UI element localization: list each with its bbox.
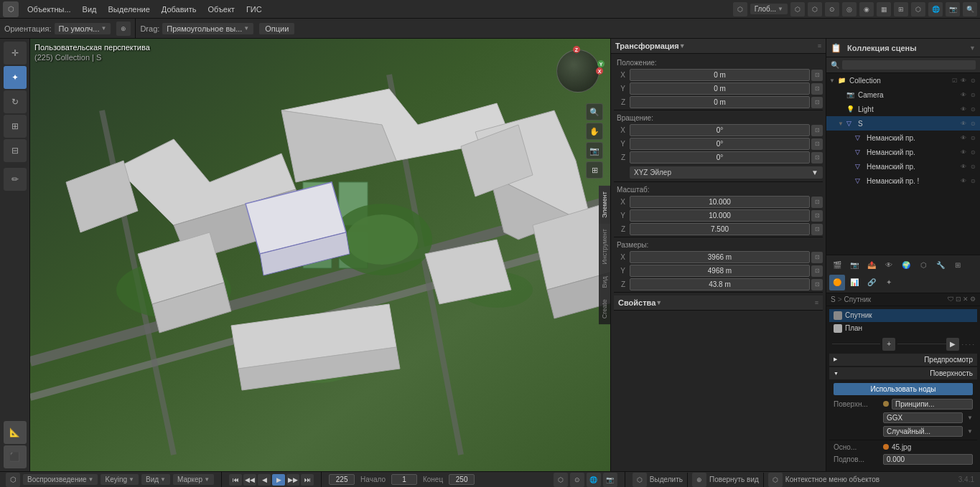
start-frame-input[interactable]: 1 bbox=[391, 474, 417, 485]
icon-7[interactable]: ⊞ bbox=[894, 2, 908, 16]
tab-create[interactable]: Create bbox=[599, 293, 610, 324]
dim-x-copy[interactable]: ⊡ bbox=[811, 252, 823, 263]
dim-y-input[interactable]: 4968 m bbox=[630, 265, 810, 277]
base-color-file[interactable]: 45.jpg bbox=[892, 443, 973, 451]
props-material-icon[interactable]: 🟠 bbox=[829, 275, 845, 290]
light-eye[interactable]: 👁 bbox=[959, 106, 968, 113]
nem2-restrict[interactable]: ⊙ bbox=[969, 149, 977, 156]
rotation-mode-dropdown[interactable]: XYZ Эйлер ▼ bbox=[630, 166, 823, 179]
nav-y-axis[interactable]: Y bbox=[597, 60, 605, 67]
props-scene-icon[interactable]: 🎬 bbox=[829, 257, 845, 273]
nav-z-axis[interactable]: Z bbox=[573, 46, 580, 53]
subsurface-input[interactable]: 0.000 bbox=[883, 454, 973, 465]
orientation-icon[interactable]: ⊕ bbox=[116, 22, 131, 36]
bottom-logo[interactable]: ⬡ bbox=[6, 473, 20, 487]
icon-5[interactable]: ◉ bbox=[859, 2, 874, 16]
menu-item-view[interactable]: Вид bbox=[77, 4, 103, 15]
random-dropdown[interactable]: ▼ bbox=[967, 428, 973, 435]
props-view-icon[interactable]: 👁 bbox=[881, 257, 897, 273]
menu-item-add[interactable]: Добавить bbox=[156, 4, 202, 15]
material-sputnik[interactable]: Спутник bbox=[829, 309, 977, 322]
marker-dropdown[interactable]: Маркер ▼ bbox=[173, 474, 214, 485]
rot-z-input[interactable]: 0° bbox=[630, 151, 810, 164]
menu-item-object2[interactable]: Объект bbox=[202, 4, 240, 15]
rot-x-copy[interactable]: ⊡ bbox=[811, 125, 823, 136]
camera-restrict[interactable]: ⊙ bbox=[969, 92, 977, 98]
outliner-filter-icon[interactable]: ▼ bbox=[969, 44, 976, 52]
pos-z-input[interactable]: 0 m bbox=[630, 96, 810, 108]
rotate-view-label[interactable]: Повернуть вид bbox=[709, 476, 759, 483]
tab-view[interactable]: Вид bbox=[599, 270, 610, 293]
menu-item-gis[interactable]: ГИС bbox=[241, 4, 268, 15]
nem1-eye[interactable]: 👁 bbox=[959, 135, 968, 141]
tab-instrument[interactable]: Инструмент bbox=[599, 223, 610, 270]
transform-header[interactable]: Трансформация ▼ ≡ bbox=[611, 39, 826, 54]
render-icon[interactable]: 📷 bbox=[946, 2, 960, 16]
search-top-icon[interactable]: 🔍 bbox=[963, 2, 977, 16]
step-fwd-btn[interactable]: ▶▶ bbox=[286, 474, 299, 486]
bottom-select-icon[interactable]: ⬡ bbox=[633, 473, 647, 487]
props-modifier-icon[interactable]: 🔧 bbox=[933, 257, 948, 273]
hand-btn[interactable]: ✋ bbox=[586, 123, 603, 140]
grid-btn[interactable]: ⊞ bbox=[586, 161, 603, 179]
material-plan[interactable]: План bbox=[829, 322, 977, 335]
material-shield-icon[interactable]: 🛡 bbox=[948, 295, 954, 303]
end-frame-input[interactable]: 250 bbox=[449, 474, 475, 485]
cursor-tool[interactable]: ✛ bbox=[4, 42, 27, 65]
icon-3[interactable]: ⊙ bbox=[825, 2, 839, 16]
random-input[interactable]: Случайный... bbox=[883, 426, 963, 437]
props-output-icon[interactable]: 📤 bbox=[864, 257, 879, 273]
dim-y-copy[interactable]: ⊡ bbox=[811, 265, 823, 277]
props-render-icon[interactable]: 📷 bbox=[846, 257, 862, 273]
bottom-cursor-icon[interactable]: ⊕ bbox=[692, 473, 706, 487]
dim-z-input[interactable]: 43.8 m bbox=[630, 278, 810, 290]
scale-y-copy[interactable]: ⊡ bbox=[811, 210, 823, 222]
view-bottom-dropdown[interactable]: Вид ▼ bbox=[141, 474, 170, 485]
breadcrumb-sputnik[interactable]: Спутник bbox=[844, 295, 872, 303]
preview-section-header[interactable]: Предпросмотр bbox=[829, 354, 977, 366]
nem2-eye[interactable]: 👁 bbox=[959, 149, 968, 156]
camera-btn[interactable]: 📷 bbox=[586, 142, 603, 159]
icon-4[interactable]: ◎ bbox=[842, 2, 857, 16]
annotate-tool[interactable]: ✏ bbox=[4, 168, 27, 191]
props-particle-icon[interactable]: ✦ bbox=[881, 275, 897, 290]
tree-item-nem3[interactable]: ▽ Неманский пр. 👁 ⊙ bbox=[826, 159, 980, 174]
scene-icon[interactable]: 🌐 bbox=[928, 2, 943, 16]
pos-x-copy[interactable]: ⊡ bbox=[811, 70, 823, 81]
menu-item-select[interactable]: Выделение bbox=[103, 4, 156, 15]
material-delete-icon[interactable]: ✕ bbox=[963, 295, 969, 303]
zoom-in-btn[interactable]: 🔍 bbox=[586, 103, 603, 120]
orientation-dropdown[interactable]: По умолч... ▼ bbox=[55, 23, 111, 34]
nem3-eye[interactable]: 👁 bbox=[959, 164, 968, 170]
bottom-context-icon[interactable]: ⬡ bbox=[768, 473, 783, 487]
icon-1[interactable]: ⬡ bbox=[790, 2, 805, 16]
rot-z-copy[interactable]: ⊡ bbox=[811, 152, 823, 164]
keying-dropdown[interactable]: Keying ▼ bbox=[101, 474, 139, 485]
expand-s[interactable]: ▼ bbox=[838, 120, 846, 127]
bottom-overlay-icon[interactable]: ⊙ bbox=[570, 473, 584, 487]
rot-y-copy[interactable]: ⊡ bbox=[811, 138, 823, 150]
scale-x-input[interactable]: 10.000 bbox=[630, 196, 810, 208]
scale-y-input[interactable]: 10.000 bbox=[630, 209, 810, 222]
props-constraint-icon[interactable]: 🔗 bbox=[864, 275, 879, 290]
gizmo-sphere[interactable]: Z Y X bbox=[553, 46, 603, 96]
outliner-search-input[interactable] bbox=[842, 60, 976, 70]
bottom-render-icon[interactable]: 📷 bbox=[603, 473, 617, 487]
jump-start-btn[interactable]: ⏮ bbox=[229, 474, 242, 486]
nem4-eye[interactable]: 👁 bbox=[959, 178, 968, 184]
tree-item-collection[interactable]: ▼ 📁 Collection ☑ 👁 ⊙ bbox=[826, 73, 980, 88]
material-settings-icon[interactable]: ⚙ bbox=[970, 295, 976, 303]
scale-tool[interactable]: ⊞ bbox=[4, 115, 27, 138]
surface-section-header[interactable]: Поверхность bbox=[829, 367, 977, 379]
play-fwd-btn[interactable]: ▶ bbox=[272, 474, 285, 486]
transform-menu-icon[interactable]: ≡ bbox=[818, 42, 821, 49]
play-back-btn[interactable]: ◀ bbox=[258, 474, 271, 486]
props-world-icon[interactable]: 🌍 bbox=[898, 257, 914, 273]
icon-2[interactable]: ⬡ bbox=[808, 2, 822, 16]
dim-x-input[interactable]: 3966 m bbox=[630, 251, 810, 263]
tab-element[interactable]: Элемент bbox=[599, 186, 610, 224]
light-restrict[interactable]: ⊙ bbox=[969, 106, 977, 113]
measure-tool[interactable]: 📐 bbox=[4, 421, 27, 444]
play-btn-mat[interactable]: ▶ bbox=[946, 338, 959, 351]
add-material-btn[interactable]: + bbox=[882, 338, 895, 351]
